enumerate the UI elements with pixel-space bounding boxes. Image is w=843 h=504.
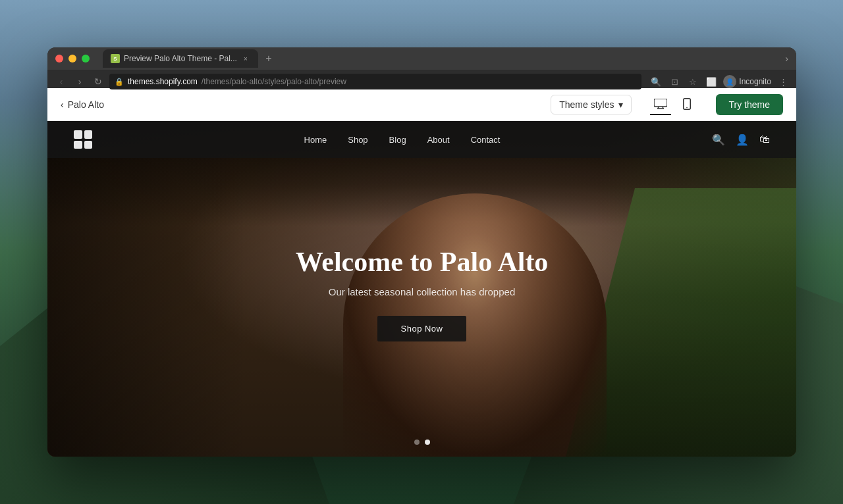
tab-close-icon[interactable]: × bbox=[241, 54, 250, 63]
logo-tile-2 bbox=[84, 130, 93, 139]
theme-styles-button[interactable]: Theme styles ▾ bbox=[551, 95, 631, 114]
browser-window: S Preview Palo Alto Theme - Pal... × + ›… bbox=[47, 47, 796, 457]
svg-point-5 bbox=[686, 107, 688, 108]
hero-content: Welcome to Palo Alto Our latest seasonal… bbox=[225, 245, 620, 341]
theme-name: Palo Alto bbox=[68, 99, 104, 110]
store-navigation: Home Shop Blog About Contact 🔍 👤 🛍 bbox=[47, 121, 796, 158]
forward-button[interactable]: › bbox=[72, 74, 87, 89]
more-icon[interactable]: ⋮ bbox=[776, 75, 790, 88]
window-icon[interactable]: ⬜ bbox=[705, 75, 718, 88]
address-path: /themes/palo-alto/styles/palo-alto/previ… bbox=[202, 77, 346, 86]
tab-chevron-icon: › bbox=[785, 53, 788, 64]
incognito-button[interactable]: 👤 Incognito bbox=[723, 75, 771, 88]
active-tab[interactable]: S Preview Palo Alto Theme - Pal... × bbox=[103, 49, 258, 68]
hero-cta-button[interactable]: Shop Now bbox=[377, 316, 467, 342]
toolbar-actions: 🔍 ⊡ ☆ ⬜ 👤 Incognito ⋮ bbox=[649, 75, 790, 88]
bookmark-icon[interactable]: ☆ bbox=[686, 75, 699, 88]
tab-favicon: S bbox=[111, 54, 120, 63]
hero-dots bbox=[414, 440, 430, 445]
account-icon[interactable]: 👤 bbox=[736, 134, 749, 146]
maximize-traffic-light[interactable] bbox=[82, 55, 90, 63]
nav-link-about[interactable]: About bbox=[427, 135, 450, 145]
theme-styles-label: Theme styles bbox=[559, 99, 614, 110]
preview-bar: ‹ Palo Alto Theme styles ▾ bbox=[47, 88, 796, 121]
cast-icon[interactable]: ⊡ bbox=[668, 75, 681, 88]
browser-titlebar: S Preview Palo Alto Theme - Pal... × + › bbox=[47, 47, 796, 70]
search-icon[interactable]: 🔍 bbox=[712, 134, 725, 146]
new-tab-button[interactable]: + bbox=[261, 51, 277, 66]
nav-link-shop[interactable]: Shop bbox=[348, 135, 367, 145]
svg-rect-0 bbox=[654, 99, 667, 107]
mobile-device-button[interactable] bbox=[676, 94, 697, 115]
hero-title: Welcome to Palo Alto bbox=[225, 245, 620, 278]
incognito-label: Incognito bbox=[739, 77, 771, 86]
hero-dot-1[interactable] bbox=[414, 440, 420, 445]
nav-link-contact[interactable]: Contact bbox=[471, 135, 501, 145]
address-domain: themes.shopify.com bbox=[128, 77, 198, 86]
logo-tile-4 bbox=[84, 141, 93, 149]
incognito-avatar: 👤 bbox=[723, 75, 736, 88]
address-bar[interactable]: 🔒 themes.shopify.com /themes/palo-alto/s… bbox=[109, 74, 641, 89]
store-logo bbox=[74, 130, 92, 149]
logo-tile-3 bbox=[74, 141, 82, 149]
lock-icon: 🔒 bbox=[115, 78, 124, 86]
reload-button[interactable]: ↻ bbox=[91, 74, 105, 89]
search-icon[interactable]: 🔍 bbox=[649, 75, 663, 88]
logo-tile-1 bbox=[74, 130, 82, 139]
desktop-device-button[interactable] bbox=[650, 94, 671, 115]
store-preview: Home Shop Blog About Contact 🔍 👤 🛍 Welco… bbox=[47, 121, 796, 457]
back-icon: ‹ bbox=[61, 99, 64, 110]
nav-link-home[interactable]: Home bbox=[304, 135, 327, 145]
hero-dot-2[interactable] bbox=[425, 440, 430, 445]
back-button[interactable]: ‹ bbox=[54, 74, 68, 89]
hero-subtitle: Our latest seasonal collection has dropp… bbox=[225, 287, 620, 298]
minimize-traffic-light[interactable] bbox=[68, 55, 76, 63]
browser-chrome: S Preview Palo Alto Theme - Pal... × + ›… bbox=[47, 47, 796, 88]
tab-title: Preview Palo Alto Theme - Pal... bbox=[124, 54, 237, 63]
close-traffic-light[interactable] bbox=[55, 55, 63, 63]
cart-icon[interactable]: 🛍 bbox=[759, 134, 770, 145]
try-theme-button[interactable]: Try theme bbox=[716, 94, 784, 115]
back-to-theme-button[interactable]: ‹ Palo Alto bbox=[61, 99, 104, 110]
store-nav-actions: 🔍 👤 🛍 bbox=[712, 134, 770, 146]
theme-styles-chevron: ▾ bbox=[618, 99, 623, 110]
device-icons bbox=[650, 94, 697, 115]
nav-link-blog[interactable]: Blog bbox=[389, 135, 406, 145]
store-nav-links: Home Shop Blog About Contact bbox=[92, 135, 712, 145]
tab-bar: S Preview Palo Alto Theme - Pal... × + bbox=[103, 49, 277, 68]
